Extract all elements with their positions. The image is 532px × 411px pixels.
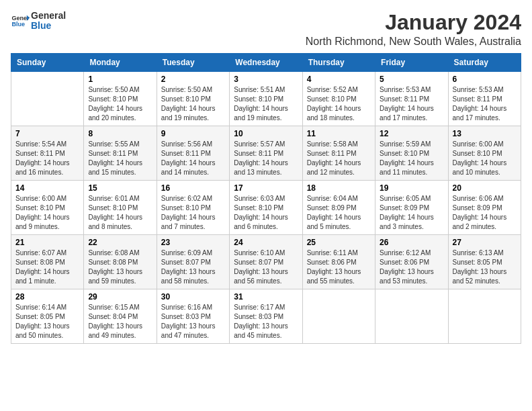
day-info: Sunrise: 6:13 AMSunset: 8:05 PMDaylight:… [453,248,517,286]
calendar-cell: 28Sunrise: 6:14 AMSunset: 8:05 PMDayligh… [11,289,84,344]
calendar-cell: 1Sunrise: 5:50 AMSunset: 8:10 PMDaylight… [84,72,157,126]
day-number: 4 [307,75,371,84]
day-info: Sunrise: 6:01 AMSunset: 8:10 PMDaylight:… [88,194,152,232]
day-number: 26 [380,238,443,247]
calendar-cell: 2Sunrise: 5:50 AMSunset: 8:10 PMDaylight… [157,72,229,126]
calendar-cell [302,289,375,344]
calendar-cell: 19Sunrise: 6:05 AMSunset: 8:09 PMDayligh… [375,181,448,235]
day-info: Sunrise: 6:00 AMSunset: 8:10 PMDaylight:… [453,140,517,177]
day-info: Sunrise: 5:54 AMSunset: 8:11 PMDaylight:… [15,140,79,177]
day-number: 24 [234,238,298,247]
day-number: 28 [15,292,79,302]
day-number: 6 [453,75,517,84]
calendar-cell: 26Sunrise: 6:12 AMSunset: 8:06 PMDayligh… [375,235,448,289]
day-info: Sunrise: 6:05 AMSunset: 8:09 PMDaylight:… [380,194,443,232]
day-info: Sunrise: 5:50 AMSunset: 8:10 PMDaylight:… [88,85,152,123]
weekday-header-tuesday: Tuesday [157,54,229,72]
weekday-header-thursday: Thursday [302,54,375,72]
day-number: 17 [234,183,298,193]
calendar-cell: 29Sunrise: 6:15 AMSunset: 8:04 PMDayligh… [84,289,157,344]
day-info: Sunrise: 6:00 AMSunset: 8:10 PMDaylight:… [15,194,79,232]
day-number: 8 [88,129,152,138]
week-row-4: 21Sunrise: 6:07 AMSunset: 8:08 PMDayligh… [11,235,521,289]
calendar-cell: 25Sunrise: 6:11 AMSunset: 8:06 PMDayligh… [302,235,375,289]
weekday-header-row: SundayMondayTuesdayWednesdayThursdayFrid… [11,54,521,72]
day-number: 19 [380,183,443,193]
day-info: Sunrise: 6:07 AMSunset: 8:08 PMDaylight:… [15,248,79,286]
weekday-header-sunday: Sunday [11,54,84,72]
day-number: 5 [380,75,443,84]
calendar-cell: 11Sunrise: 5:58 AMSunset: 8:11 PMDayligh… [302,126,375,181]
calendar-cell: 23Sunrise: 6:09 AMSunset: 8:07 PMDayligh… [157,235,229,289]
day-number: 20 [453,183,517,193]
day-info: Sunrise: 6:02 AMSunset: 8:10 PMDaylight:… [161,194,225,232]
calendar-cell: 31Sunrise: 6:17 AMSunset: 8:03 PMDayligh… [230,289,302,344]
calendar-cell: 10Sunrise: 5:57 AMSunset: 8:11 PMDayligh… [230,126,302,181]
day-info: Sunrise: 6:16 AMSunset: 8:03 PMDaylight:… [161,303,225,340]
day-info: Sunrise: 6:06 AMSunset: 8:09 PMDaylight:… [453,194,517,232]
calendar-cell: 8Sunrise: 5:55 AMSunset: 8:11 PMDaylight… [84,126,157,181]
day-number: 23 [161,238,225,247]
day-number: 13 [453,129,517,138]
day-number: 29 [88,292,152,302]
logo-line1: General [31,11,66,21]
day-info: Sunrise: 5:52 AMSunset: 8:10 PMDaylight:… [307,85,371,123]
calendar-cell: 6Sunrise: 5:53 AMSunset: 8:11 PMDaylight… [448,72,521,126]
day-info: Sunrise: 5:57 AMSunset: 8:11 PMDaylight:… [234,140,298,177]
calendar-cell: 24Sunrise: 6:10 AMSunset: 8:07 PMDayligh… [230,235,302,289]
calendar-cell [448,289,521,344]
week-row-1: 1Sunrise: 5:50 AMSunset: 8:10 PMDaylight… [11,72,521,126]
title-block: January 2024 North Richmond, New South W… [306,11,521,48]
day-number: 3 [234,75,298,84]
day-number: 21 [15,238,79,247]
logo: General Blue General Blue [11,11,66,32]
day-number: 7 [15,129,79,138]
day-number: 10 [234,129,298,138]
month-title: January 2024 [306,11,521,34]
day-info: Sunrise: 5:53 AMSunset: 8:11 PMDaylight:… [453,85,517,123]
weekday-header-saturday: Saturday [448,54,521,72]
svg-text:Blue: Blue [11,21,25,28]
day-info: Sunrise: 6:11 AMSunset: 8:06 PMDaylight:… [307,248,371,286]
day-info: Sunrise: 6:14 AMSunset: 8:05 PMDaylight:… [15,303,79,340]
day-info: Sunrise: 6:12 AMSunset: 8:06 PMDaylight:… [380,248,443,286]
week-row-5: 28Sunrise: 6:14 AMSunset: 8:05 PMDayligh… [11,289,521,344]
calendar-cell: 7Sunrise: 5:54 AMSunset: 8:11 PMDaylight… [11,126,84,181]
calendar-cell: 3Sunrise: 5:51 AMSunset: 8:10 PMDaylight… [230,72,302,126]
calendar-cell: 15Sunrise: 6:01 AMSunset: 8:10 PMDayligh… [84,181,157,235]
day-number: 18 [307,183,371,193]
page-header: General Blue General Blue January 2024 N… [11,11,521,48]
day-number: 2 [161,75,225,84]
calendar-cell: 14Sunrise: 6:00 AMSunset: 8:10 PMDayligh… [11,181,84,235]
calendar-cell: 27Sunrise: 6:13 AMSunset: 8:05 PMDayligh… [448,235,521,289]
calendar-cell [11,72,84,126]
day-number: 16 [161,183,225,193]
day-info: Sunrise: 6:10 AMSunset: 8:07 PMDaylight:… [234,248,298,286]
day-number: 9 [161,129,225,138]
calendar-cell: 16Sunrise: 6:02 AMSunset: 8:10 PMDayligh… [157,181,229,235]
calendar-cell: 13Sunrise: 6:00 AMSunset: 8:10 PMDayligh… [448,126,521,181]
calendar-cell: 5Sunrise: 5:53 AMSunset: 8:11 PMDaylight… [375,72,448,126]
calendar-cell [375,289,448,344]
calendar-cell: 4Sunrise: 5:52 AMSunset: 8:10 PMDaylight… [302,72,375,126]
day-info: Sunrise: 5:56 AMSunset: 8:11 PMDaylight:… [161,140,225,177]
day-info: Sunrise: 6:03 AMSunset: 8:10 PMDaylight:… [234,194,298,232]
day-number: 25 [307,238,371,247]
day-number: 1 [88,75,152,84]
logo-icon: General Blue [11,11,30,30]
calendar-cell: 18Sunrise: 6:04 AMSunset: 8:09 PMDayligh… [302,181,375,235]
day-info: Sunrise: 5:51 AMSunset: 8:10 PMDaylight:… [234,85,298,123]
calendar-cell: 20Sunrise: 6:06 AMSunset: 8:09 PMDayligh… [448,181,521,235]
day-number: 12 [380,129,443,138]
day-number: 22 [88,238,152,247]
day-info: Sunrise: 6:08 AMSunset: 8:08 PMDaylight:… [88,248,152,286]
day-number: 11 [307,129,371,138]
day-info: Sunrise: 5:58 AMSunset: 8:11 PMDaylight:… [307,140,371,177]
day-info: Sunrise: 5:53 AMSunset: 8:11 PMDaylight:… [380,85,443,123]
weekday-header-friday: Friday [375,54,448,72]
day-number: 14 [15,183,79,193]
day-info: Sunrise: 5:55 AMSunset: 8:11 PMDaylight:… [88,140,152,177]
calendar-cell: 9Sunrise: 5:56 AMSunset: 8:11 PMDaylight… [157,126,229,181]
weekday-header-wednesday: Wednesday [230,54,302,72]
day-info: Sunrise: 6:04 AMSunset: 8:09 PMDaylight:… [307,194,371,232]
